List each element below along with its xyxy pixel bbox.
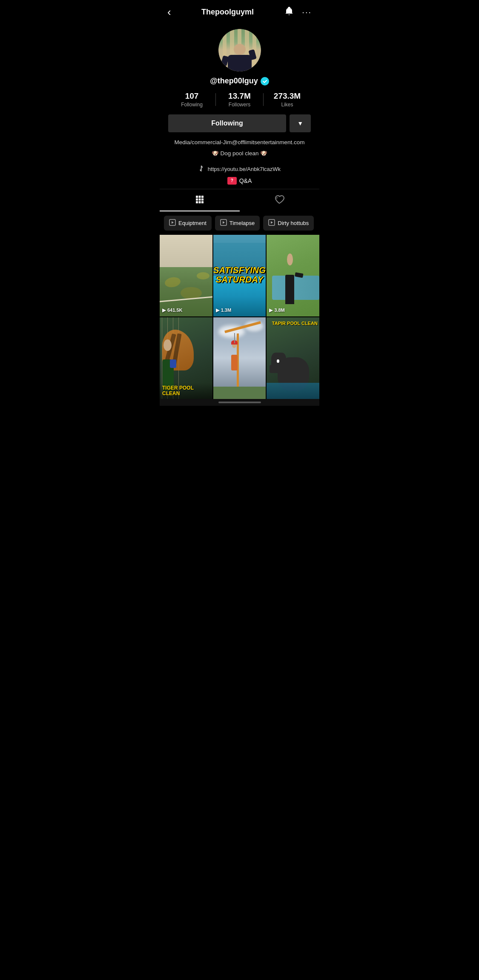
tab-liked[interactable]: [240, 189, 320, 211]
follow-dropdown-button[interactable]: ▼: [290, 114, 311, 132]
notification-button[interactable]: [284, 6, 294, 18]
header: ‹ Thepoolguyml ···: [160, 0, 319, 22]
username-row: @thep00lguy: [210, 77, 269, 85]
svg-rect-7: [198, 201, 201, 203]
stats-row: 107 Following 13.7M Followers 273.3M Lik…: [168, 91, 311, 108]
video-thumb-3[interactable]: ▶ 3.8M: [267, 235, 319, 316]
video-thumb-5[interactable]: [213, 317, 266, 399]
bottom-bar: [160, 399, 319, 406]
verified-badge: [261, 77, 269, 85]
video-grid: ▶ 641.5K SATISFYINGSATURDAY ▶ 1.3M: [160, 235, 319, 399]
playlist-label-3: Dirty hottubs: [278, 220, 309, 226]
scroll-indicator: [218, 402, 261, 403]
svg-rect-8: [201, 201, 204, 203]
bio-section: Media/commercial-Jim@offlimitsentertainm…: [168, 138, 311, 161]
tab-videos[interactable]: [160, 189, 240, 211]
video-thumb-2[interactable]: SATISFYINGSATURDAY ▶ 1.3M: [213, 235, 266, 316]
video-overlay-text-4: TIGER POOL CLEAN: [160, 383, 212, 399]
link-icon: [196, 164, 207, 174]
qa-row[interactable]: ? Q&A: [227, 177, 252, 185]
play-icon-2: ▶: [216, 308, 219, 313]
video-overlay-text-2: SATISFYINGSATURDAY: [213, 265, 266, 284]
stat-likes[interactable]: 273.3M Likes: [264, 91, 311, 108]
video-play-3: ▶ 3.8M: [269, 308, 284, 313]
playlist-dirty-hottubs[interactable]: Dirty hottubs: [263, 216, 314, 231]
playlist-timelapse[interactable]: Timelapse: [215, 216, 260, 231]
svg-rect-6: [196, 201, 198, 203]
stat-following[interactable]: 107 Following: [168, 91, 215, 108]
svg-rect-0: [196, 196, 198, 198]
profile-section: @thep00lguy 107 Following 13.7M Follower…: [160, 22, 319, 185]
qa-icon: ?: [227, 177, 237, 185]
playlist-play-icon-2: [220, 219, 227, 227]
dropdown-arrow-icon: ▼: [297, 120, 303, 127]
tabs-row: [160, 189, 319, 211]
bell-icon: [284, 8, 294, 18]
bio-line1: Media/commercial-Jim@offlimitsentertainm…: [168, 138, 311, 147]
followers-value: 13.7M: [228, 91, 251, 101]
svg-rect-5: [201, 198, 204, 200]
follow-row: Following ▼: [168, 114, 311, 132]
following-button[interactable]: Following: [168, 114, 286, 132]
bio-line2: 🐶 Dog pool clean 🐶: [168, 149, 311, 158]
video-thumb-4[interactable]: TIGER POOL CLEAN: [160, 317, 212, 399]
svg-rect-4: [198, 198, 201, 200]
more-button[interactable]: ···: [302, 7, 312, 17]
page-title: Thepoolguyml: [201, 8, 254, 17]
qa-text: Q&A: [239, 177, 252, 184]
header-actions: ···: [284, 6, 312, 18]
tab-videos-indicator: [160, 211, 240, 211]
grid-icon: [195, 194, 205, 207]
bio-link-row: https://youtu.be/Anbk7lcazWk: [198, 165, 281, 174]
svg-rect-3: [196, 198, 198, 200]
following-value: 107: [185, 91, 199, 101]
qa-icon-label: ?: [231, 178, 233, 183]
svg-rect-1: [198, 196, 201, 198]
followers-label: Followers: [229, 102, 250, 108]
video-play-2: ▶ 1.3M: [216, 308, 231, 313]
likes-value: 273.3M: [274, 91, 301, 101]
playlist-equiptment[interactable]: Equiptment: [164, 216, 212, 231]
following-label: Following: [181, 102, 203, 108]
view-count-2: 1.3M: [221, 308, 231, 313]
play-icon-1: ▶: [162, 308, 166, 313]
username: @thep00lguy: [210, 77, 258, 85]
stat-followers[interactable]: 13.7M Followers: [216, 91, 263, 108]
svg-rect-2: [201, 196, 204, 198]
view-count-3: 3.8M: [274, 308, 284, 313]
bio-link-text[interactable]: https://youtu.be/Anbk7lcazWk: [208, 166, 281, 172]
likes-label: Likes: [281, 102, 293, 108]
playlist-play-icon-1: [169, 219, 176, 227]
more-icon: ···: [302, 7, 312, 17]
video-thumb-1[interactable]: ▶ 641.5K: [160, 235, 212, 316]
back-button[interactable]: ‹: [167, 6, 171, 17]
avatar[interactable]: [218, 29, 261, 71]
video-play-1: ▶ 641.5K: [162, 308, 182, 313]
playlist-row: Equiptment Timelapse Dirty hottubs: [160, 211, 319, 235]
playlist-play-icon-3: [268, 219, 275, 227]
video-overlay-text-6: TAPIR POOL CLEAN: [272, 321, 318, 326]
liked-icon: [274, 194, 284, 207]
playlist-label-2: Timelapse: [229, 220, 255, 226]
back-icon: ‹: [167, 6, 171, 18]
view-count-1: 641.5K: [167, 308, 182, 313]
play-icon-3: ▶: [269, 308, 272, 313]
playlist-label-1: Equiptment: [178, 220, 207, 226]
video-thumb-6[interactable]: TAPIR POOL CLEAN: [267, 317, 319, 399]
tab-liked-indicator: [240, 211, 320, 211]
